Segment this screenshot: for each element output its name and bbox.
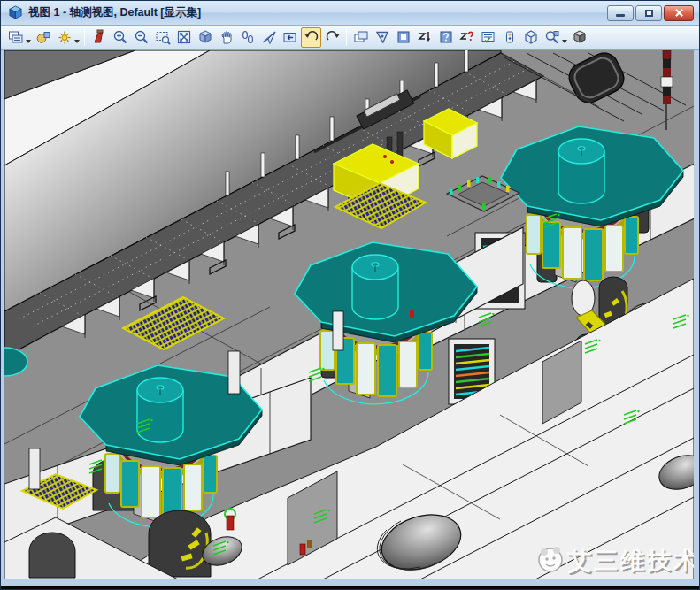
pan-view-icon[interactable] — [216, 27, 236, 48]
model-canvas[interactable]: 艾三维技术 艾三维技术 — [4, 50, 694, 579]
set-display-depth-icon[interactable] — [414, 27, 435, 48]
window-title: 视图 1 - 轴测视图, Default [显示集] — [28, 5, 201, 20]
zoom-in-icon[interactable] — [110, 27, 130, 48]
display-depth-query-icon[interactable] — [457, 27, 477, 48]
view-attributes-dropdown[interactable] — [26, 40, 31, 43]
window-area-icon[interactable] — [152, 27, 173, 48]
navigation-cube-icon[interactable] — [569, 27, 589, 48]
zoom-settings-dropdown[interactable] — [562, 40, 567, 43]
fly-icon[interactable] — [258, 27, 279, 48]
fit-view-icon[interactable] — [173, 27, 194, 48]
navigate-view-icon[interactable] — [280, 27, 300, 48]
clip-mask-icon[interactable] — [393, 27, 413, 48]
viewport-frame: 艾三维技术 艾三维技术 — [1, 50, 699, 586]
zoom-out-icon[interactable] — [131, 27, 151, 48]
undo-view-icon[interactable] — [301, 27, 321, 48]
toolbar-separator — [346, 28, 347, 46]
rotate-view-icon[interactable] — [195, 27, 215, 48]
copy-view-icon[interactable] — [350, 27, 371, 48]
pillar[interactable] — [29, 448, 40, 489]
close-icon — [674, 8, 684, 18]
redo-view-icon[interactable] — [322, 27, 342, 48]
update-view-icon[interactable] — [88, 27, 109, 48]
clip-volume-icon[interactable] — [372, 27, 392, 48]
pillar[interactable] — [333, 311, 343, 350]
view-setup-icon[interactable] — [478, 27, 498, 48]
display-style-icon[interactable] — [33, 27, 53, 48]
adjust-brightness-dropdown[interactable] — [74, 40, 80, 43]
walk-icon[interactable] — [237, 27, 258, 48]
titlebar[interactable]: 视图 1 - 轴测视图, Default [显示集] — [1, 1, 699, 26]
saved-views-icon[interactable] — [499, 27, 519, 48]
pillar[interactable] — [228, 351, 240, 394]
zoom-settings-icon[interactable] — [542, 27, 562, 48]
show-display-depth-icon[interactable] — [435, 27, 456, 48]
adjust-brightness-icon[interactable] — [54, 27, 74, 48]
minimize-button[interactable] — [607, 5, 634, 21]
view-attributes-icon[interactable] — [5, 27, 26, 48]
view-cube-icon — [8, 5, 23, 20]
cube-view-icon[interactable] — [520, 27, 541, 48]
restore-button[interactable] — [635, 5, 662, 21]
window-bottom-edge — [1, 586, 699, 590]
view-toolbar — [1, 26, 699, 50]
viewport-3d[interactable]: 艾三维技术 艾三维技术 — [4, 50, 694, 579]
toolbar-separator — [84, 28, 85, 46]
view-window: 视图 1 - 轴测视图, Default [显示集] — [0, 0, 700, 590]
stair-trunk-lower[interactable] — [149, 510, 211, 577]
watermark-text: 艾三维技术 — [566, 547, 694, 574]
close-button[interactable] — [664, 5, 694, 21]
